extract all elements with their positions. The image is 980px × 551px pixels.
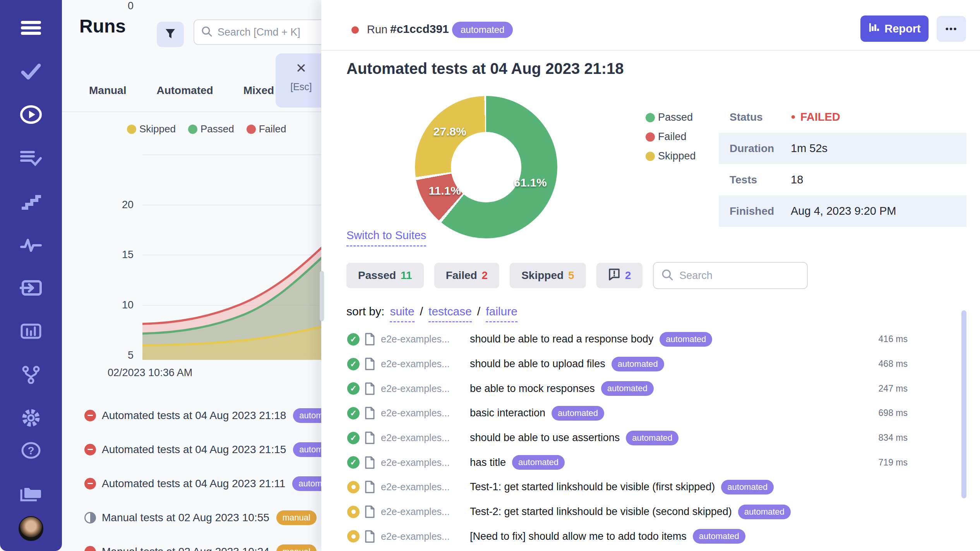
legend-dot — [646, 113, 655, 122]
gear-icon[interactable] — [19, 406, 43, 430]
user-avatar[interactable] — [19, 516, 43, 541]
runs-panel-scrollbar[interactable] — [320, 271, 324, 321]
test-suite-name: e2e-examples... — [381, 334, 463, 345]
sort-separator: / — [477, 305, 480, 318]
stat-label: Tests — [730, 174, 791, 186]
run-list-item[interactable]: Manual tests at 02 Aug 2023 10:24 manual — [62, 535, 329, 551]
test-case-row[interactable]: e2e-examples... should be able to upload… — [341, 352, 908, 376]
test-duration: 698 ms — [879, 408, 908, 418]
check-icon[interactable] — [19, 59, 43, 84]
test-case-name: has title — [470, 457, 506, 469]
esc-hint-label: [Esc] — [290, 81, 312, 92]
run-list-item[interactable]: Automated tests at 04 Aug 2023 21:18 aut… — [62, 399, 329, 433]
list-check-icon[interactable] — [19, 145, 43, 170]
folders-icon[interactable] — [19, 481, 43, 506]
run-id: #c1ccd391 — [390, 22, 449, 36]
run-list: Automated tests at 04 Aug 2023 21:18 aut… — [62, 399, 329, 551]
test-case-row[interactable]: e2e-examples... Test-2: get started link… — [341, 500, 908, 524]
file-icon — [365, 358, 375, 370]
test-case-row[interactable]: e2e-examples... Test-1: get started link… — [341, 475, 908, 500]
detail-scrollbar[interactable] — [961, 310, 966, 498]
test-status-icon — [347, 432, 360, 444]
search-icon — [201, 26, 212, 38]
switch-to-suites-link[interactable]: Switch to Suites — [346, 229, 426, 246]
test-case-row[interactable]: e2e-examples... has title automated 719 … — [341, 450, 908, 475]
runs-search-input[interactable] — [218, 26, 329, 38]
legend-dot — [646, 152, 655, 161]
more-actions-button[interactable]: ••• — [937, 16, 966, 42]
test-status-icon — [347, 407, 360, 419]
test-type-badge: automated — [512, 455, 565, 470]
y-tick: 15 — [110, 249, 134, 261]
run-type-badge: manual — [276, 510, 317, 525]
test-status-icon — [347, 382, 360, 395]
report-chart-icon — [868, 22, 880, 36]
test-status-icon — [347, 333, 360, 346]
legend-item: Passed — [646, 111, 696, 123]
file-icon — [365, 407, 375, 419]
run-list-item[interactable]: Automated tests at 04 Aug 2023 21:15 aut… — [62, 433, 329, 467]
play-circle-icon[interactable] — [19, 102, 43, 127]
tests-search — [653, 262, 808, 289]
runs-tab[interactable]: Mixed — [243, 84, 274, 97]
test-case-name: should be able to read a response body — [470, 333, 653, 345]
run-status-icon — [84, 444, 96, 455]
help-icon[interactable]: ? — [19, 438, 43, 463]
legend-label: Passed — [658, 111, 693, 123]
status-filter-button[interactable]: Failed 2 — [434, 263, 500, 288]
menu-icon[interactable] — [19, 15, 43, 40]
test-case-row[interactable]: e2e-examples... should be able to read a… — [341, 327, 908, 352]
test-suite-name: e2e-examples... — [381, 506, 463, 517]
test-case-name: should be able to use assertions — [470, 432, 620, 444]
git-branch-icon[interactable] — [19, 362, 43, 387]
test-case-row[interactable]: e2e-examples... [Need to fix] should all… — [341, 524, 908, 549]
sort-by-testcase-link[interactable]: testcase — [428, 305, 472, 322]
test-case-row[interactable]: e2e-examples... be able to mock response… — [341, 376, 908, 401]
test-status-icon — [347, 456, 360, 469]
report-button[interactable]: Report — [860, 15, 929, 42]
legend-item: Passed — [188, 123, 234, 135]
file-icon — [365, 431, 375, 444]
sort-by-label: sort by: — [346, 305, 384, 318]
status-filter-button[interactable]: Passed 11 — [346, 263, 424, 288]
test-type-badge: automated — [612, 357, 664, 371]
test-case-row[interactable]: e2e-examples... basic interaction automa… — [341, 401, 908, 426]
run-status-icon — [84, 512, 96, 524]
run-list-item[interactable]: Automated tests at 04 Aug 2023 21:11 aut… — [62, 467, 329, 501]
comment-icon — [608, 268, 620, 283]
run-stats-table: Status FAILED Duration 1m 52s Tests 18 F… — [719, 101, 966, 227]
test-status-icon — [347, 358, 360, 370]
bar-chart-box-icon[interactable] — [19, 319, 43, 344]
stat-value: FAILED — [791, 111, 840, 123]
comments-filter-button[interactable]: 2 — [596, 263, 643, 288]
filter-count: 11 — [401, 269, 412, 282]
legend-label: Failed — [259, 123, 286, 135]
test-suite-name: e2e-examples... — [381, 407, 463, 419]
close-search-popup[interactable]: ✕ [Esc] — [276, 53, 327, 108]
filter-count: 5 — [568, 269, 574, 282]
runs-search — [194, 19, 329, 45]
tests-search-input[interactable] — [679, 270, 799, 282]
legend-label: Failed — [658, 131, 687, 143]
runs-tab[interactable]: Automated — [156, 84, 213, 97]
steps-icon[interactable] — [19, 189, 43, 214]
sort-by-suite-link[interactable]: suite — [390, 305, 414, 322]
import-icon[interactable] — [19, 276, 43, 300]
test-case-row[interactable]: e2e-examples... should be able to use as… — [341, 426, 908, 450]
detail-header: Run #c1ccd391 automated Report ••• — [321, 0, 980, 51]
donut-passed-pct: 61.1% — [514, 176, 547, 189]
run-list-item[interactable]: Manual tests at 02 Aug 2023 10:55 manual — [62, 501, 329, 535]
stat-value: Aug 4, 2023 9:20 PM — [791, 205, 896, 217]
test-type-badge: automated — [601, 381, 654, 396]
filter-button[interactable] — [157, 22, 184, 47]
trend-area-chart — [142, 151, 322, 360]
activity-icon[interactable] — [19, 232, 43, 257]
status-filter-button[interactable]: Skipped 5 — [510, 263, 586, 288]
y-tick: 10 — [110, 299, 134, 311]
runs-tab[interactable]: Manual — [89, 84, 126, 97]
sort-by-failure-link[interactable]: failure — [486, 305, 517, 322]
results-donut-chart: 61.1% 27.8% 11.1% — [415, 96, 557, 238]
run-type-badge: manual — [276, 544, 317, 551]
sort-separator: / — [420, 305, 423, 318]
close-icon[interactable]: ✕ — [296, 60, 307, 76]
